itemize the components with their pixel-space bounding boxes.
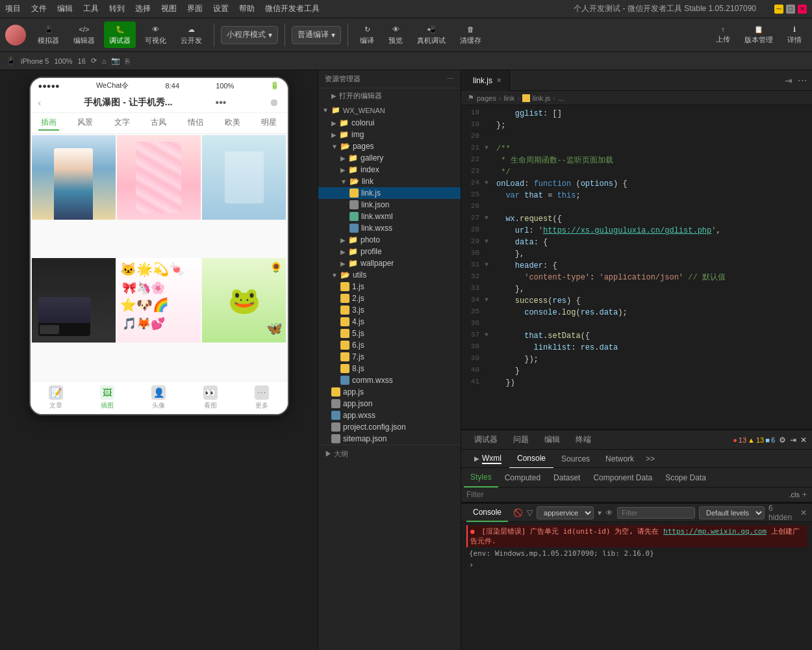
image-cell-6[interactable]: 🐸 🦋 🌻 [202,258,286,343]
menu-item-settings[interactable]: 设置 [213,3,229,14]
file-tree-more-icon[interactable]: ⋯ [447,75,454,83]
tab-landscape[interactable]: 风景 [75,116,95,131]
menu-item-edit[interactable]: 编辑 [57,3,73,14]
tree-item-profile[interactable]: ▶ 📁 profile [318,246,461,257]
tree-item-wallpaper[interactable]: ▶ 📁 wallpaper [318,257,461,269]
tree-item-6js[interactable]: 6.js [318,339,461,351]
tree-item-4js[interactable]: 4.js [318,316,461,328]
panel-tab-network[interactable]: Network [598,449,642,469]
home-icon[interactable]: ⌂ [102,57,107,65]
tree-item-appjs[interactable]: app.js [318,386,461,398]
tree-item-appjson[interactable]: app.json [318,398,461,410]
level-select[interactable]: Default levels [699,506,765,519]
real-debug-button[interactable]: 📲 真机调试 [412,21,451,48]
breadcrumb-link[interactable]: link [504,94,515,102]
inspector-tab-computed[interactable]: Computed [498,468,547,488]
tab-ancient[interactable]: 古风 [148,116,169,131]
tree-item-gallery[interactable]: ▶ 📁 gallery [318,152,461,164]
clear-cache-button[interactable]: 🗑 清缓存 [455,21,487,48]
nav-more[interactable]: ⋯ 更多 [255,385,269,410]
outline-section[interactable]: ▶ 大纲 [318,445,461,463]
root-folder[interactable]: ▼ 📁 WX_WENAN [318,103,461,117]
tree-item-link-json[interactable]: link.json [318,199,461,211]
image-cell-1[interactable] [32,135,116,220]
maximize-button[interactable]: □ [786,5,795,14]
close-tab-icon[interactable]: ✕ [496,77,501,84]
nav-illustration[interactable]: 🖼 插图 [100,385,114,410]
breadcrumb-more[interactable]: ... [558,94,564,102]
menu-item-project[interactable]: 项目 [5,3,21,14]
menu-item-file[interactable]: 文件 [31,3,47,14]
code-area[interactable]: 18 gglist: [] 19 }; 20 [461,105,812,429]
menu-item-help[interactable]: 帮助 [239,3,255,14]
avatar[interactable] [5,25,26,46]
image-cell-2[interactable] [117,135,201,220]
tree-item-1js[interactable]: 1.js [318,281,461,292]
close-button[interactable]: ✕ [798,5,807,14]
tree-item-2js[interactable]: 2.js [318,292,461,304]
image-cell-5[interactable]: 🐱🌟💫🍬 🎀🦄🌸 ⭐🐶🌈 🎵🦊💕 [117,258,201,343]
editor-button[interactable]: </> 编辑器 [68,21,100,48]
debugger-button[interactable]: 🐛 调试器 [104,21,136,48]
compile-button[interactable]: ↻ 编译 [355,21,379,48]
console-cursor[interactable]: › [466,559,807,571]
breadcrumb-file[interactable]: link.js [533,94,551,102]
panel-tab-console[interactable]: Console [509,449,553,469]
tab-text[interactable]: 文字 [112,116,133,131]
upload-button[interactable]: ↑ 上传 [711,23,735,47]
tree-item-5js[interactable]: 5.js [318,328,461,339]
tree-item-sitemap[interactable]: sitemap.json [318,433,461,445]
console-close-icon[interactable]: ✕ [800,508,807,517]
tree-item-appwxss[interactable]: app.wxss [318,410,461,421]
tab-couple[interactable]: 情侣 [185,116,206,131]
inspector-tab-styles[interactable]: Styles [464,468,498,488]
open-editors-section[interactable]: ▶ 打开的编辑器 [318,88,461,103]
nav-article[interactable]: 📝 文章 [49,385,63,410]
inspector-tab-dataset[interactable]: Dataset [547,468,587,488]
tree-item-img[interactable]: ▶ 📁 img [318,129,461,140]
menu-item-wechat[interactable]: 微信开发者工具 [265,3,320,14]
menu-item-view[interactable]: 视图 [161,3,177,14]
nav-view[interactable]: 👀 看图 [203,385,218,410]
tree-item-colorui[interactable]: ▶ 📁 colorui [318,117,461,129]
panel-tab-sources[interactable]: Sources [553,449,598,469]
menu-item-tools[interactable]: 工具 [83,3,99,14]
tree-item-utils[interactable]: ▼ 📂 utils [318,269,461,281]
tree-item-7js[interactable]: 7.js [318,351,461,363]
tree-item-link-js[interactable]: link.js [318,187,461,199]
console-filter-input[interactable] [617,507,695,519]
code-tab-linkjs[interactable]: link.js ✕ [461,70,510,91]
menu-item-interface[interactable]: 界面 [187,3,203,14]
image-cell-4[interactable] [32,258,116,343]
menu-item-select[interactable]: 选择 [135,3,151,14]
filter-append-icon[interactable]: + [802,490,807,499]
breadcrumb-pages[interactable]: pages [477,94,496,102]
tree-item-pages[interactable]: ▼ 📂 pages [318,140,461,152]
tree-item-link-wxss[interactable]: link.wxss [318,222,461,234]
version-manager-button[interactable]: 📋 版本管理 [739,23,778,47]
menu-item-goto[interactable]: 转到 [109,3,125,14]
nav-avatar[interactable]: 👤 头像 [151,385,166,410]
compile-dropdown[interactable]: 普通编译 ▾ [292,26,341,44]
inspector-tab-component-data[interactable]: Component Data [587,468,659,488]
filter-input[interactable] [466,490,789,499]
devtools-tab-terminal[interactable]: 终端 [568,430,599,450]
more-icon[interactable]: ⋯ [798,75,807,86]
back-icon[interactable]: ‹ [38,98,42,108]
console-filter-icon[interactable]: ▽ [527,508,533,517]
inspector-tab-scope-data[interactable]: Scope Data [659,468,713,488]
devtools-tab-edit[interactable]: 编辑 [537,430,568,450]
tree-item-link[interactable]: ▼ 📂 link [318,176,461,187]
image-cell-3[interactable] [202,135,286,220]
copy-icon[interactable]: ⎘ [125,57,130,65]
screenshot-icon[interactable]: 📷 [111,57,120,65]
devtools-split-icon[interactable]: ⇥ [790,436,796,445]
more-icon[interactable]: ••• [216,97,227,109]
split-icon[interactable]: ⇥ [785,75,793,86]
console-clear-icon[interactable]: 🚫 [513,508,523,517]
tree-item-8js[interactable]: 8.js [318,363,461,374]
tree-item-photo[interactable]: ▶ 📁 photo [318,234,461,246]
details-button[interactable]: ℹ 详情 [782,23,807,47]
rotate-icon[interactable]: ⟳ [91,57,97,65]
simulator-button[interactable]: 📱 模拟器 [32,21,64,48]
